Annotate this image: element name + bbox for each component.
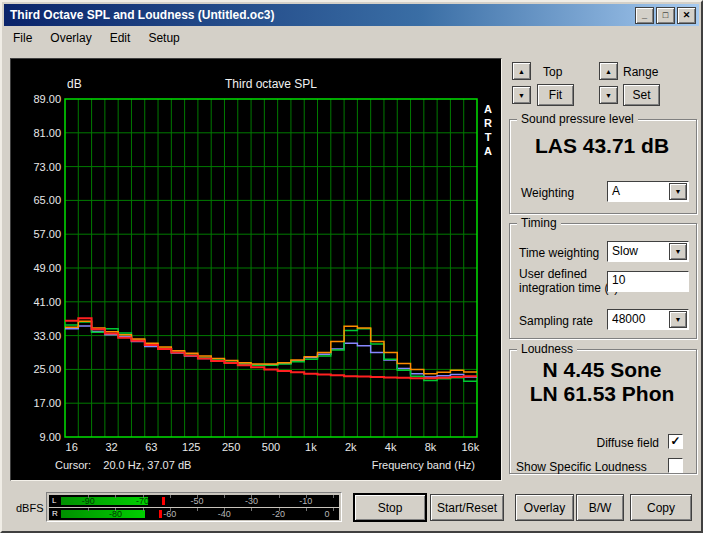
channel-label: L xyxy=(52,496,56,506)
diffuse-field-checkbox[interactable]: ✓ xyxy=(668,434,683,449)
range-label: Range xyxy=(623,65,658,79)
y-tick-label: 17.00 xyxy=(11,397,61,409)
arta-letter: A xyxy=(480,103,496,115)
x-tick-label: 125 xyxy=(182,441,200,453)
down-arrow-icon: ▼ xyxy=(518,92,525,99)
x-tick-label: 500 xyxy=(262,441,280,453)
overlay-button[interactable]: Overlay xyxy=(515,494,574,521)
chevron-down-icon[interactable]: ▼ xyxy=(669,311,687,328)
loudness-group-caption: Loudness xyxy=(517,342,577,356)
y-tick-label: 9.00 xyxy=(11,431,61,443)
arta-letter: A xyxy=(480,145,496,157)
top-label: Top xyxy=(543,65,562,79)
x-tick-label: 16k xyxy=(461,441,479,453)
dbfs-label: dBFS xyxy=(16,502,44,514)
weighting-value: A xyxy=(612,183,620,200)
menu-item-setup[interactable]: Setup xyxy=(139,29,188,47)
top-up-spinner[interactable]: ▲ xyxy=(512,62,531,80)
cursor-readout: Cursor: 20.0 Hz, 37.07 dB xyxy=(55,459,191,471)
loudness-sone-readout: N 4.45 Sone xyxy=(509,358,695,382)
top-down-spinner[interactable]: ▼ xyxy=(512,86,531,104)
diffuse-field-label: Diffuse field xyxy=(519,436,659,450)
up-arrow-icon: ▲ xyxy=(605,68,612,75)
y-tick-label: 73.00 xyxy=(11,161,61,173)
stop-button[interactable]: Stop xyxy=(354,494,426,521)
x-tick-label: 2k xyxy=(345,441,357,453)
level-meter: L-90-70-50-30-10R-80-60-40-200 xyxy=(46,492,342,522)
menu-item-overlay[interactable]: Overlay xyxy=(41,29,100,47)
x-tick-label: 250 xyxy=(222,441,240,453)
spl-group-caption: Sound pressure level xyxy=(517,112,638,126)
x-tick-label: 63 xyxy=(145,441,157,453)
title-bar[interactable]: Third Octave SPL and Loudness (Untitled.… xyxy=(4,4,699,26)
sampling-rate-value: 48000 xyxy=(612,311,645,328)
chevron-down-icon[interactable]: ▼ xyxy=(669,243,687,260)
loudness-phon-readout: LN 61.53 Phon xyxy=(509,382,695,406)
arta-letter: R xyxy=(480,117,496,129)
meter-scale-label: -60 xyxy=(163,508,176,520)
up-arrow-icon: ▲ xyxy=(518,68,525,75)
integration-time-label-line1: User defined xyxy=(519,267,587,281)
x-tick-label: 16 xyxy=(66,441,78,453)
spl-plot[interactable] xyxy=(11,59,501,479)
sampling-rate-select[interactable]: 48000 ▼ xyxy=(607,309,689,330)
time-weighting-value: Slow xyxy=(612,243,638,260)
x-tick-label: 4k xyxy=(385,441,397,453)
meter-scale-label: 0 xyxy=(324,508,329,520)
level-bar xyxy=(61,497,148,505)
meter-scale-label: -20 xyxy=(272,508,285,520)
menu-item-edit[interactable]: Edit xyxy=(101,29,140,47)
meter-scale-label: -80 xyxy=(109,508,122,520)
timing-group-caption: Timing xyxy=(517,216,561,230)
x-axis-label: Frequency band (Hz) xyxy=(372,459,475,471)
meter-scale-label: -30 xyxy=(245,495,258,507)
meter-scale-label: -40 xyxy=(218,508,231,520)
channel-label: R xyxy=(52,509,58,519)
trace-green xyxy=(65,322,477,381)
minimize-icon[interactable]: _ xyxy=(635,7,654,24)
meter-scale-label: -70 xyxy=(136,495,149,507)
weighting-select[interactable]: A ▼ xyxy=(607,181,689,202)
level-bar xyxy=(61,510,145,518)
window-controls: _ □ ✕ xyxy=(635,7,696,24)
integration-time-input[interactable]: 10 xyxy=(607,271,689,292)
chart-panel: dB Third octave SPL 89.0081.0073.0065.00… xyxy=(10,58,502,481)
fit-button[interactable]: Fit xyxy=(537,84,574,106)
range-down-spinner[interactable]: ▼ xyxy=(599,86,618,104)
window-title: Third Octave SPL and Loudness (Untitled.… xyxy=(10,8,274,22)
peak-indicator xyxy=(159,510,162,518)
menu-item-file[interactable]: File xyxy=(4,29,41,47)
maximize-icon[interactable]: □ xyxy=(656,7,675,24)
x-tick-label: 1k xyxy=(305,441,317,453)
chart-title: Third octave SPL xyxy=(65,77,477,91)
range-up-spinner[interactable]: ▲ xyxy=(599,62,618,80)
arta-letter: T xyxy=(480,131,496,143)
y-tick-label: 25.00 xyxy=(11,363,61,375)
down-arrow-icon: ▼ xyxy=(605,92,612,99)
weighting-label: Weighting xyxy=(521,186,574,200)
meter-scale-label: -90 xyxy=(82,495,95,507)
start-reset-button[interactable]: Start/Reset xyxy=(430,494,504,521)
sampling-rate-label: Sampling rate xyxy=(519,314,593,328)
y-tick-label: 57.00 xyxy=(11,228,61,240)
close-icon[interactable]: ✕ xyxy=(677,7,696,24)
set-button[interactable]: Set xyxy=(623,84,660,106)
meter-scale-label: -50 xyxy=(190,495,203,507)
bw-button[interactable]: B/W xyxy=(576,494,624,521)
chevron-down-icon[interactable]: ▼ xyxy=(669,183,687,200)
x-tick-label: 8k xyxy=(425,441,437,453)
y-tick-label: 89.00 xyxy=(11,93,61,105)
show-specific-loudness-label: Show Specific Loudness xyxy=(516,460,647,474)
y-tick-label: 65.00 xyxy=(11,194,61,206)
copy-button[interactable]: Copy xyxy=(630,494,692,521)
y-tick-label: 49.00 xyxy=(11,262,61,274)
time-weighting-label: Time weighting xyxy=(519,246,599,260)
time-weighting-select[interactable]: Slow ▼ xyxy=(607,241,689,262)
show-specific-loudness-checkbox[interactable] xyxy=(668,458,683,473)
y-tick-label: 33.00 xyxy=(11,330,61,342)
peak-indicator xyxy=(162,497,165,505)
integration-time-label-line2: integration time (s) xyxy=(519,281,618,295)
y-tick-label: 81.00 xyxy=(11,127,61,139)
meter-row-r: R-80-60-40-200 xyxy=(49,508,339,520)
y-tick-label: 41.00 xyxy=(11,296,61,308)
